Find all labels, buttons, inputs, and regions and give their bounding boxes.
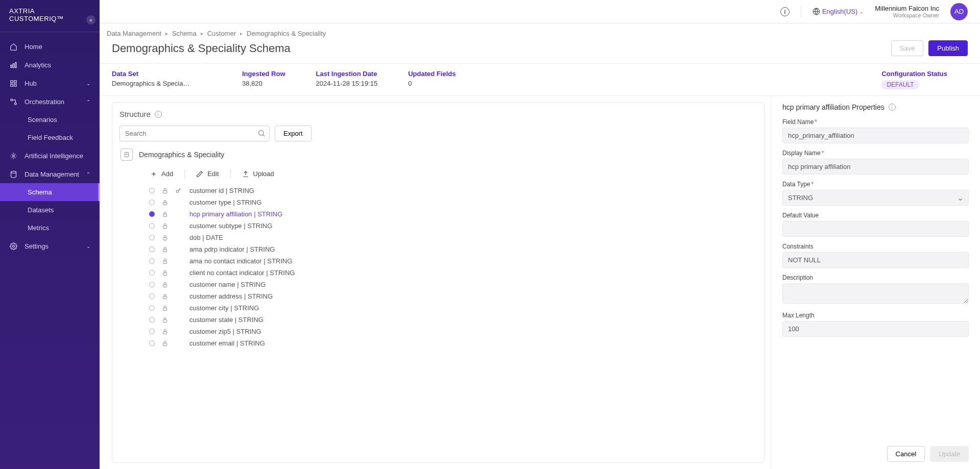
add-field-button[interactable]: Add xyxy=(139,168,184,180)
sidebar-item-metrics[interactable]: Metrics xyxy=(0,219,100,237)
field-name: customer state | STRING xyxy=(189,316,264,324)
home-icon xyxy=(9,42,17,51)
breadcrumb-item[interactable]: Customer xyxy=(207,30,236,37)
ai-icon xyxy=(9,152,17,160)
field-row[interactable]: customer zip5 | STRING xyxy=(119,326,757,337)
ingestion-date-value: 2024-11-28 15:19:15 xyxy=(316,80,378,87)
sidebar: AXTRIA CUSTOMERIQ™ « HomeAnalyticsHub⌄Or… xyxy=(0,0,100,469)
svg-rect-1 xyxy=(13,64,14,68)
field-row[interactable]: hcp primary affiliation | STRING xyxy=(119,208,757,220)
field-row[interactable]: ama pdrp indicator | STRING xyxy=(119,243,757,255)
sidebar-item-schema[interactable]: Schema xyxy=(0,183,100,201)
lock-icon xyxy=(162,305,168,311)
radio-icon xyxy=(149,258,155,264)
default-value-input[interactable] xyxy=(782,221,969,237)
field-row[interactable]: ama no contact indicator | STRING xyxy=(119,255,757,267)
max-length-input[interactable] xyxy=(782,321,969,337)
svg-point-7 xyxy=(10,98,12,101)
brand-text: AXTRIA CUSTOMERIQ™ xyxy=(9,7,90,22)
svg-rect-29 xyxy=(163,284,167,287)
svg-rect-33 xyxy=(163,331,167,334)
plus-icon xyxy=(150,170,157,178)
field-row[interactable]: customer id | STRING xyxy=(119,185,757,196)
sidebar-item-home[interactable]: Home xyxy=(0,37,100,56)
description-input[interactable] xyxy=(782,283,969,304)
upload-field-button[interactable]: Upload xyxy=(231,168,285,180)
sidebar-item-datasets[interactable]: Datasets xyxy=(0,201,100,219)
sidebar-item-artificial-intelligence[interactable]: Artificial Intelligence xyxy=(0,146,100,165)
sidebar-item-hub[interactable]: Hub⌄ xyxy=(0,74,100,92)
field-row[interactable]: customer address | STRING xyxy=(119,290,757,302)
update-button[interactable]: Update xyxy=(930,446,969,462)
sidebar-item-settings[interactable]: Settings⌄ xyxy=(0,237,100,255)
lock-icon xyxy=(162,235,168,241)
radio-icon xyxy=(149,200,155,205)
field-row[interactable]: customer subtype | STRING xyxy=(119,220,757,232)
info-icon[interactable]: i xyxy=(155,111,162,118)
ingested-row-label: Ingested Row xyxy=(242,70,285,78)
search-icon[interactable] xyxy=(257,129,266,137)
lock-icon xyxy=(162,200,168,206)
structure-panel: Structure i Export Demo xyxy=(100,96,771,469)
field-row[interactable]: customer state | STRING xyxy=(119,314,757,326)
ingestion-date-label: Last Ingestion Date xyxy=(316,70,378,78)
sidebar-item-label: Home xyxy=(25,43,42,51)
display-name-input[interactable] xyxy=(782,159,969,175)
breadcrumb-item[interactable]: Schema xyxy=(172,30,197,37)
entity-name: Demographics & Speciality xyxy=(139,151,224,159)
updated-fields-label: Updated Fields xyxy=(408,70,456,78)
sidebar-item-data-management[interactable]: Data Management⌃ xyxy=(0,165,100,183)
sidebar-logo: AXTRIA CUSTOMERIQ™ « xyxy=(0,0,100,32)
radio-icon xyxy=(149,211,155,217)
sidebar-item-scenarios[interactable]: Scenarios xyxy=(0,111,100,129)
pencil-icon xyxy=(196,170,203,178)
field-row[interactable]: customer name | STRING xyxy=(119,279,757,290)
analytics-icon xyxy=(9,61,17,69)
collapse-sidebar-button[interactable]: « xyxy=(86,15,95,24)
field-name-input[interactable] xyxy=(782,128,969,143)
constraints-input[interactable] xyxy=(782,252,969,268)
svg-rect-2 xyxy=(15,62,16,67)
svg-point-13 xyxy=(259,131,264,135)
field-row[interactable]: customer city | STRING xyxy=(119,302,757,314)
data-type-select[interactable]: STRING xyxy=(782,190,969,206)
page-title-row: Demographics & Speciality Schema Save Pu… xyxy=(100,37,980,63)
cancel-button[interactable]: Cancel xyxy=(887,446,925,462)
field-name: customer type | STRING xyxy=(189,199,261,206)
field-name: customer zip5 | STRING xyxy=(189,328,261,335)
export-button[interactable]: Export xyxy=(275,126,312,141)
field-row[interactable]: dob | DATE xyxy=(119,232,757,243)
publish-button[interactable]: Publish xyxy=(928,40,968,56)
svg-rect-24 xyxy=(163,226,167,228)
field-row[interactable]: customer email | STRING xyxy=(119,337,757,349)
radio-icon xyxy=(149,305,155,311)
lock-icon xyxy=(162,211,168,217)
info-icon[interactable]: i xyxy=(780,7,790,16)
field-name: dob | DATE xyxy=(189,234,223,241)
info-icon[interactable]: i xyxy=(889,104,896,111)
sidebar-item-analytics[interactable]: Analytics xyxy=(0,56,100,74)
edit-field-button[interactable]: Edit xyxy=(185,168,230,180)
avatar[interactable]: AD xyxy=(950,3,968,20)
entity-row[interactable]: Demographics & Speciality xyxy=(119,149,757,161)
svg-rect-4 xyxy=(14,80,16,82)
field-action-row: Add Edit Upload xyxy=(139,168,757,180)
lock-icon xyxy=(162,329,168,335)
breadcrumb-item[interactable]: Data Management xyxy=(107,30,161,37)
radio-icon xyxy=(149,223,155,229)
search-input[interactable] xyxy=(119,126,270,141)
language-selector[interactable]: English(US) ⌄ xyxy=(812,8,864,15)
radio-icon xyxy=(149,293,155,299)
sidebar-item-orchestration[interactable]: Orchestration⌃ xyxy=(0,92,100,111)
svg-rect-26 xyxy=(163,249,167,252)
field-row[interactable]: customer type | STRING xyxy=(119,196,757,208)
main-area: i English(US) ⌄ Millennium Falcon Inc Wo… xyxy=(100,0,980,469)
save-button[interactable]: Save xyxy=(891,40,924,56)
field-row[interactable]: client no contact indicator | STRING xyxy=(119,267,757,279)
breadcrumb-container: Data Management▸Schema▸Customer▸Demograp… xyxy=(94,23,980,37)
chevron-down-icon: ⌄ xyxy=(86,243,90,249)
chevron-down-icon: ⌄ xyxy=(86,81,90,86)
breadcrumb: Data Management▸Schema▸Customer▸Demograp… xyxy=(107,30,968,37)
sidebar-item-field-feedback[interactable]: Field Feedback xyxy=(0,129,100,146)
topbar: i English(US) ⌄ Millennium Falcon Inc Wo… xyxy=(100,0,980,23)
